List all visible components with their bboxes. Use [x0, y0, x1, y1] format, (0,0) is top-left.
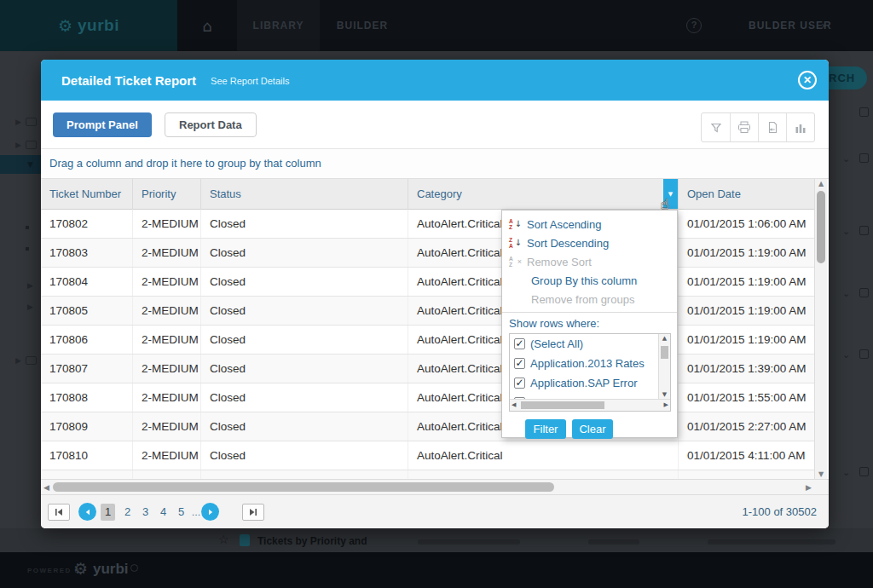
- scroll-down-icon[interactable]: ▼: [815, 470, 827, 478]
- scroll-left-icon[interactable]: ◀: [43, 483, 49, 492]
- column-header-ticket-number[interactable]: Ticket Number: [41, 179, 132, 210]
- sort-ascending-icon: AZ↓: [509, 217, 522, 231]
- table-row[interactable]: 1708032-MEDIUMClosedAutoAlert.Critical01…: [41, 239, 814, 268]
- scroll-up-icon[interactable]: ▲: [659, 335, 670, 342]
- column-header-label: Priority: [133, 179, 200, 209]
- filter-option-select-all[interactable]: ✓(Select All): [510, 334, 658, 354]
- scroll-up-icon[interactable]: ▲: [815, 180, 827, 187]
- filter-option-autoalert-critical[interactable]: ✓AutoAlert.Critical: [510, 393, 658, 399]
- menu-item-sort-descending[interactable]: ZA↓Sort Descending: [502, 233, 677, 252]
- page-number-1[interactable]: 1: [101, 504, 115, 521]
- table-vertical-scrollbar[interactable]: ▲ ▼: [814, 179, 827, 479]
- table-cell: Closed: [200, 297, 408, 325]
- table-row[interactable]: 1708062-MEDIUMClosedAutoAlert.Critical01…: [41, 326, 814, 355]
- modal-title: Detailed Ticket Report: [61, 73, 196, 88]
- filter-clear-button[interactable]: Clear: [572, 419, 613, 439]
- nav-tab-builder[interactable]: BUILDER: [320, 0, 405, 51]
- checkbox-checked-icon[interactable]: ✓: [514, 358, 525, 369]
- scrollbar-thumb[interactable]: [521, 401, 604, 409]
- filter-actions: Filter Clear: [525, 419, 677, 439]
- filter-button[interactable]: [702, 113, 730, 141]
- listbox-horizontal-scrollbar[interactable]: ◀ ▶: [510, 399, 670, 411]
- previous-page-button[interactable]: [78, 503, 96, 521]
- close-icon[interactable]: ✕: [798, 71, 817, 89]
- next-page-button[interactable]: [201, 503, 219, 521]
- tree-item: ▶: [15, 356, 37, 365]
- table-cell: Closed: [200, 326, 408, 354]
- previous-icon: [84, 509, 91, 516]
- report-data-button[interactable]: Report Data: [165, 112, 257, 137]
- export-icon: [766, 121, 778, 134]
- chevron-right-icon: ›: [821, 19, 825, 32]
- table-row[interactable]: 1708112-MEDIUMClosedAutoAlert.Critical01…: [41, 470, 814, 479]
- column-header-label: Category: [408, 179, 678, 209]
- page-number-4[interactable]: 4: [154, 504, 172, 521]
- nav-home[interactable]: ⌂: [177, 0, 237, 51]
- table-row[interactable]: 1708082-MEDIUMClosedAutoAlert.Critical01…: [41, 383, 814, 412]
- table-cell: Closed: [200, 355, 408, 383]
- table-cell: 170811: [41, 470, 132, 479]
- page-number-2[interactable]: 2: [119, 504, 136, 521]
- column-header-open-date[interactable]: Open Date: [678, 179, 814, 210]
- filter-option-label: (Select All): [530, 337, 583, 350]
- dimmed-text: [588, 539, 639, 545]
- chart-button[interactable]: [786, 113, 814, 141]
- table-cell: 2-MEDIUM: [132, 297, 200, 325]
- help-icon[interactable]: ?: [686, 18, 702, 33]
- filter-listbox: ✓(Select All)✓Application.2013 Rates✓App…: [509, 333, 671, 412]
- folder-icon: [26, 356, 37, 365]
- listbox-vertical-scrollbar[interactable]: ▲ ▼: [658, 334, 670, 399]
- table-cell: 170802: [41, 210, 132, 238]
- caret-icon: ▶: [15, 118, 21, 126]
- footer-brand: yurbi: [93, 561, 129, 578]
- report-toolbar: [701, 112, 815, 142]
- column-header-priority[interactable]: Priority: [132, 179, 200, 210]
- bullet-icon: [26, 247, 29, 251]
- table-cell: 01/01/2015 1:55:00 AM: [678, 383, 814, 412]
- checkbox-checked-icon[interactable]: ✓: [514, 378, 525, 389]
- menu-item-sort-ascending[interactable]: AZ↓Sort Ascending: [502, 215, 677, 233]
- table-cell: 2-MEDIUM: [132, 441, 200, 470]
- filter-option-application-sap-error[interactable]: ✓Application.SAP Error: [510, 373, 658, 393]
- scroll-down-icon[interactable]: ▼: [659, 391, 670, 398]
- page-ellipsis: …: [190, 504, 202, 521]
- scroll-left-icon[interactable]: ◀: [512, 401, 516, 408]
- print-button[interactable]: [730, 113, 758, 141]
- report-details-link[interactable]: See Report Details: [211, 76, 289, 86]
- table-row[interactable]: 1708092-MEDIUMClosedAutoAlert.Critical01…: [41, 412, 814, 441]
- table-row[interactable]: 1708102-MEDIUMClosedAutoAlert.Critical01…: [41, 441, 814, 470]
- menu-item-label: Remove Sort: [527, 256, 592, 268]
- scrollbar-thumb[interactable]: [53, 482, 554, 492]
- group-by-dropzone[interactable]: Drag a column and drop it here to group …: [41, 148, 829, 179]
- table-row[interactable]: 1708022-MEDIUMClosedAutoAlert.Critical01…: [41, 210, 814, 239]
- user-menu[interactable]: BULDER USER: [749, 20, 832, 32]
- menu-item-group-by-this-column[interactable]: Group By this column: [502, 271, 677, 290]
- yurbi-gear-icon: ⚙: [58, 16, 72, 35]
- nav-tab-library[interactable]: LIBRARY: [237, 0, 320, 51]
- yurbi-gear-icon: ⚙: [73, 559, 88, 578]
- table-horizontal-scrollbar[interactable]: ◀ ▶: [41, 479, 814, 494]
- scroll-right-icon[interactable]: ▶: [664, 401, 668, 408]
- folder-icon: [26, 141, 37, 149]
- brand-logo[interactable]: ⚙ yurbi: [0, 0, 177, 51]
- scrollbar-thumb[interactable]: [661, 346, 668, 359]
- table-row[interactable]: 1708052-MEDIUMClosedAutoAlert.Critical01…: [41, 297, 814, 326]
- column-header-category[interactable]: Category▼: [408, 179, 678, 210]
- scroll-right-icon[interactable]: ▶: [806, 483, 812, 492]
- filter-apply-button[interactable]: Filter: [525, 419, 566, 439]
- filter-option-application-2013-rates[interactable]: ✓Application.2013 Rates: [510, 354, 658, 373]
- checkbox-icon: [859, 153, 869, 163]
- prompt-panel-button[interactable]: Prompt Panel: [53, 112, 152, 137]
- last-page-button[interactable]: [242, 504, 264, 521]
- export-button[interactable]: [758, 113, 786, 141]
- table-row[interactable]: 1708072-MEDIUMClosedAutoAlert.Critical01…: [41, 355, 814, 383]
- tree-item: ▶: [27, 281, 33, 290]
- page-number-3[interactable]: 3: [136, 504, 154, 521]
- column-header-status[interactable]: Status: [200, 179, 408, 210]
- first-page-button[interactable]: [48, 504, 70, 521]
- table-row[interactable]: 1708042-MEDIUMClosedAutoAlert.Critical01…: [41, 268, 814, 297]
- page-number-5[interactable]: 5: [172, 504, 190, 521]
- scrollbar-thumb[interactable]: [817, 191, 825, 263]
- table-cell: 2-MEDIUM: [132, 355, 200, 383]
- checkbox-checked-icon[interactable]: ✓: [514, 338, 525, 349]
